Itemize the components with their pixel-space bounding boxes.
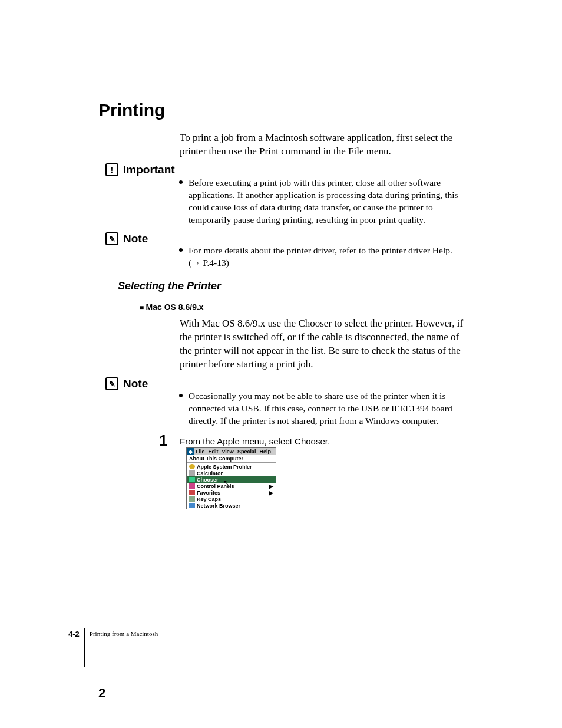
bullet-dot-icon <box>179 248 183 252</box>
callout-important-label: Important <box>123 163 175 176</box>
body-macos-chooser: With Mac OS 8.6/9.x use the Chooser to s… <box>180 317 465 371</box>
note1-bullet-text: For more details about the printer drive… <box>189 245 465 269</box>
menu-item-about: About This Computer <box>187 455 276 462</box>
important-bullet-text: Before executing a print job with this p… <box>189 177 465 226</box>
big-page-number: 2 <box>98 686 105 701</box>
chapter-title: Printing from a Macintosh <box>85 630 158 637</box>
important-bullet: Before executing a print job with this p… <box>183 177 465 226</box>
note1-ref: (→ P.4-13) <box>189 258 229 268</box>
apple-menu-bar: ◆ File Edit View Special Help <box>187 448 276 455</box>
menu-item-key-caps: Key Caps <box>187 496 276 502</box>
bullet-dot-icon <box>179 180 183 184</box>
menu-item-chooser: Chooser <box>187 476 276 483</box>
menu-item-favorites: Favorites▶ <box>187 489 276 496</box>
intro-paragraph: To print a job from a Macintosh software… <box>180 131 465 159</box>
apple-logo-icon: ◆ <box>187 448 194 455</box>
apple-menu-dropdown: About This Computer Apple System Profile… <box>187 455 276 509</box>
menu-view: View <box>220 449 236 454</box>
note1-bullet: For more details about the printer drive… <box>183 245 465 269</box>
subheading-selecting-printer: Selecting the Printer <box>118 280 221 292</box>
callout-note-2-label: Note <box>123 377 148 390</box>
key-caps-icon <box>189 496 195 502</box>
profiler-icon <box>189 464 195 469</box>
chooser-icon <box>189 477 195 482</box>
menu-item-control-panels: Control Panels▶ <box>187 483 276 489</box>
menu-special: Special <box>236 449 258 454</box>
menu-item-calculator: Calculator <box>187 470 276 476</box>
footer-divider <box>84 628 85 667</box>
control-panels-icon <box>189 483 195 489</box>
bullet-dot-icon <box>179 394 183 397</box>
page-number: 4-2 <box>68 630 84 638</box>
menu-edit: Edit <box>207 449 220 454</box>
favorites-icon <box>189 490 195 495</box>
document-page: Printing To print a job from a Macintosh… <box>0 0 562 728</box>
note-icon: ✎ <box>105 232 118 245</box>
menu-item-profiler: Apple System Profiler <box>187 463 276 470</box>
heading-printing: Printing <box>98 100 165 120</box>
menu-file: File <box>194 449 207 454</box>
subsub-macos: Mac OS 8.6/9.x <box>140 302 204 312</box>
menu-help: Help <box>257 449 273 454</box>
callout-note-1: ✎ Note <box>105 232 148 245</box>
calculator-icon <box>189 470 195 476</box>
menu-separator <box>187 462 276 463</box>
page-footer: 4-2 Printing from a Macintosh <box>68 628 158 640</box>
step-text: From the Apple menu, select Chooser. <box>180 436 330 446</box>
submenu-arrow-icon: ▶ <box>269 490 273 496</box>
submenu-arrow-icon: ▶ <box>269 483 273 489</box>
network-browser-icon <box>189 503 195 508</box>
menu-item-network-browser: Network Browser <box>187 502 276 509</box>
note2-bullet-text: Occasionally you may not be able to shar… <box>189 390 465 427</box>
callout-note-2: ✎ Note <box>105 377 148 390</box>
apple-menu-figure: ◆ File Edit View Special Help About This… <box>186 447 276 509</box>
important-icon: ! <box>105 163 118 176</box>
callout-important: ! Important <box>105 163 175 176</box>
note-icon: ✎ <box>105 377 118 390</box>
step-number: 1 <box>159 431 167 450</box>
note2-bullet: Occasionally you may not be able to shar… <box>183 390 465 427</box>
callout-note-1-label: Note <box>123 232 148 245</box>
note1-line: For more details about the printer drive… <box>189 245 452 255</box>
